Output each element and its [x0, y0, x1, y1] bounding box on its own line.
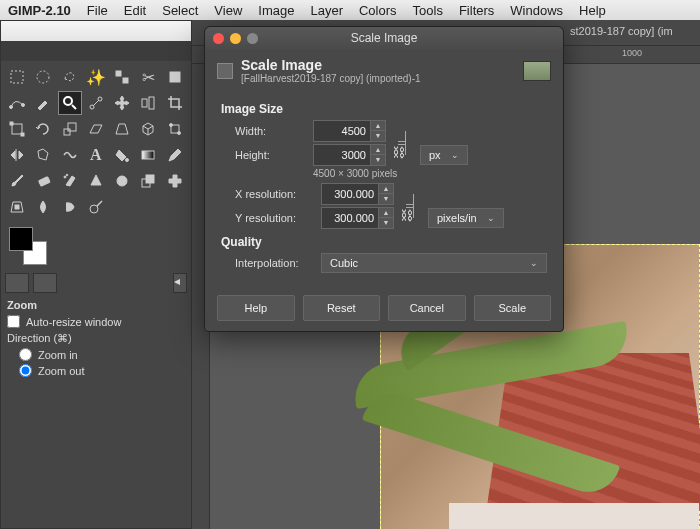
tool-handle-transform[interactable] [163, 117, 187, 141]
height-up-icon[interactable]: ▲ [371, 145, 385, 155]
dialog-thumbnail [523, 61, 551, 81]
tool-unified-transform[interactable] [5, 117, 29, 141]
yres-up-icon[interactable]: ▲ [379, 208, 393, 218]
tool-ink[interactable] [84, 169, 108, 193]
tool-3d-transform[interactable] [136, 117, 160, 141]
xres-up-icon[interactable]: ▲ [379, 184, 393, 194]
xres-label: X resolution: [235, 188, 313, 200]
tool-zoom[interactable] [58, 91, 82, 115]
window-close-icon[interactable] [213, 33, 224, 44]
chevron-down-icon: ⌄ [530, 258, 538, 268]
width-down-icon[interactable]: ▼ [371, 131, 385, 141]
auto-resize-checkbox[interactable] [7, 315, 20, 328]
tool-rotate[interactable] [31, 117, 55, 141]
interpolation-select[interactable]: Cubic⌄ [321, 253, 547, 273]
yres-label: Y resolution: [235, 212, 313, 224]
tool-airbrush[interactable] [58, 169, 82, 193]
tool-paintbrush[interactable] [5, 169, 29, 193]
menu-file[interactable]: File [87, 3, 108, 18]
dialog-window-title: Scale Image [205, 31, 563, 45]
tool-shear[interactable] [84, 117, 108, 141]
width-up-icon[interactable]: ▲ [371, 121, 385, 131]
tool-move[interactable] [110, 91, 134, 115]
svg-point-6 [22, 104, 25, 107]
svg-rect-29 [146, 175, 154, 183]
svg-rect-3 [123, 78, 128, 83]
tool-options-tab[interactable] [5, 273, 29, 293]
tool-free-select[interactable] [58, 65, 82, 89]
yres-down-icon[interactable]: ▼ [379, 218, 393, 228]
svg-rect-2 [116, 71, 121, 76]
menu-layer[interactable]: Layer [310, 3, 343, 18]
tool-align[interactable] [136, 91, 160, 115]
svg-point-5 [10, 106, 13, 109]
menu-edit[interactable]: Edit [124, 3, 146, 18]
menu-view[interactable]: View [214, 3, 242, 18]
size-unit-select[interactable]: px⌄ [420, 145, 468, 165]
tool-eraser[interactable] [31, 169, 55, 193]
tool-fuzzy-select[interactable]: ✨ [84, 65, 108, 89]
zoom-in-radio[interactable] [19, 348, 32, 361]
menu-tools[interactable]: Tools [413, 3, 443, 18]
width-label: Width: [235, 125, 305, 137]
zoom-out-radio[interactable] [19, 364, 32, 377]
help-button[interactable]: Help [217, 295, 295, 321]
tool-perspective-clone[interactable] [5, 195, 29, 219]
svg-point-22 [126, 159, 129, 162]
menu-colors[interactable]: Colors [359, 3, 397, 18]
window-minimize-icon[interactable] [230, 33, 241, 44]
width-input[interactable] [313, 120, 371, 142]
height-label: Height: [235, 149, 305, 161]
tool-heal[interactable] [163, 169, 187, 193]
tool-paths[interactable] [5, 91, 29, 115]
tool-gradient[interactable] [136, 143, 160, 167]
tool-select-by-color[interactable] [110, 65, 134, 89]
tool-pencil[interactable] [163, 143, 187, 167]
xres-down-icon[interactable]: ▼ [379, 194, 393, 204]
fg-bg-color[interactable] [9, 227, 59, 267]
tool-measure[interactable] [84, 91, 108, 115]
reset-button[interactable]: Reset [303, 295, 381, 321]
tool-rect-select[interactable] [5, 65, 29, 89]
tool-blur-sharpen[interactable] [31, 195, 55, 219]
tool-warp[interactable] [58, 143, 82, 167]
menu-filters[interactable]: Filters [459, 3, 494, 18]
tool-text[interactable]: A [84, 143, 108, 167]
dialog-titlebar[interactable]: Scale Image [205, 27, 563, 49]
auto-resize-label: Auto-resize window [26, 316, 121, 328]
height-input[interactable] [313, 144, 371, 166]
tool-crop[interactable] [163, 91, 187, 115]
menu-help[interactable]: Help [579, 3, 606, 18]
quality-label: Quality [221, 235, 547, 249]
tool-dodge-burn[interactable] [84, 195, 108, 219]
scale-button[interactable]: Scale [474, 295, 552, 321]
tool-mypaint-brush[interactable] [110, 169, 134, 193]
menu-windows[interactable]: Windows [510, 3, 563, 18]
svg-point-31 [90, 205, 98, 213]
tool-perspective[interactable] [110, 117, 134, 141]
tool-cage[interactable] [31, 143, 55, 167]
height-down-icon[interactable]: ▼ [371, 155, 385, 165]
xres-input[interactable] [321, 183, 379, 205]
tool-foreground-select[interactable] [163, 65, 187, 89]
tool-ellipse-select[interactable] [31, 65, 55, 89]
tool-color-picker[interactable] [31, 91, 55, 115]
tool-options-tab-2[interactable] [33, 273, 57, 293]
cancel-button[interactable]: Cancel [388, 295, 466, 321]
res-unit-select[interactable]: pixels/in⌄ [428, 208, 504, 228]
chain-link-res-icon[interactable]: ⛓ [400, 208, 413, 223]
menu-select[interactable]: Select [162, 3, 198, 18]
tool-bucket-fill[interactable] [110, 143, 134, 167]
tool-smudge[interactable] [58, 195, 82, 219]
menubar: GIMP-2.10 File Edit Select View Image La… [0, 0, 700, 20]
window-zoom-icon [247, 33, 258, 44]
tool-scissors[interactable]: ✂ [136, 65, 160, 89]
tab-menu-icon[interactable]: ◂ [173, 273, 187, 293]
tool-flip[interactable] [5, 143, 29, 167]
tool-scale[interactable] [58, 117, 82, 141]
tool-clone[interactable] [136, 169, 160, 193]
menu-image[interactable]: Image [258, 3, 294, 18]
chain-link-size-icon[interactable]: ⛓ [392, 145, 405, 160]
fg-color-swatch[interactable] [9, 227, 33, 251]
yres-input[interactable] [321, 207, 379, 229]
